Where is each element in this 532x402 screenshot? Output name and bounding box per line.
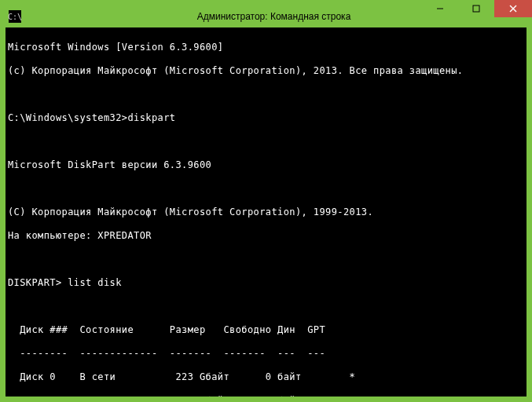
window-controls — [422, 0, 532, 19]
svg-rect-1 — [473, 5, 479, 12]
app-icon: C:\ — [9, 10, 21, 23]
maximize-button[interactable] — [458, 0, 494, 17]
close-button[interactable] — [494, 0, 532, 17]
console-line: DISKPART> list disk — [8, 277, 524, 289]
console-line: Microsoft DiskPart версии 6.3.9600 — [8, 159, 524, 171]
console-line: На компьютере: XPREDATOR — [8, 230, 524, 242]
console-output[interactable]: Microsoft Windows [Version 6.3.9600] (c)… — [6, 27, 526, 397]
titlebar[interactable]: C:\ Администратор: Командная строка — [6, 5, 526, 27]
disk-table-header: Диск ### Состояние Размер Свободно Дин G… — [8, 324, 524, 336]
command-prompt-window: C:\ Администратор: Командная строка Micr… — [0, 0, 532, 402]
console-line: C:\Windows\system32>diskpart — [8, 112, 524, 124]
console-line: (С) Корпорация Майкрософт (Microsoft Cor… — [8, 206, 524, 218]
console-line: (c) Корпорация Майкрософт (Microsoft Cor… — [8, 65, 524, 77]
minimize-button[interactable] — [422, 0, 458, 17]
disk-table-divider: -------- ------------- ------- ------- -… — [8, 348, 524, 360]
table-row: Диск 0 В сети 223 Gбайт 0 байт * — [8, 371, 524, 383]
console-line: Microsoft Windows [Version 6.3.9600] — [8, 42, 524, 53]
table-row: Диск 1 В сети 465 Gбайт 0 байт — [8, 395, 524, 397]
